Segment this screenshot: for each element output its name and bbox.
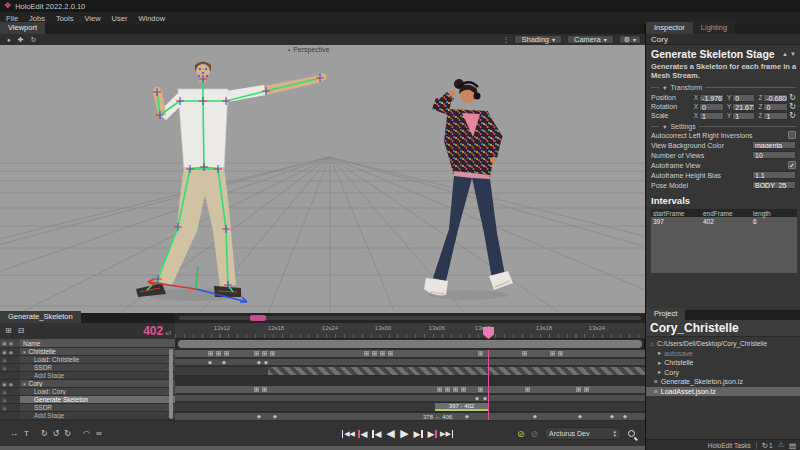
- next-frame-button[interactable]: ▶: [412, 427, 425, 440]
- eye-icon[interactable]: ◉: [9, 381, 13, 387]
- menu-user[interactable]: User: [112, 14, 128, 23]
- tab-lighting[interactable]: Lighting: [693, 22, 735, 34]
- col-length[interactable]: length: [753, 210, 793, 217]
- track-generate-skeleton[interactable]: ▣· Generate Skeleton …: [0, 396, 175, 404]
- folder-arrow-icon[interactable]: ▸: [658, 349, 661, 357]
- lane-generate-skeleton[interactable]: 397 - 402: [175, 403, 645, 412]
- track-add-stage-cory[interactable]: Add Stage +: [0, 412, 175, 420]
- scale-reset-icon[interactable]: ↻: [789, 111, 796, 120]
- loop-infinite-icon[interactable]: ∞: [96, 429, 102, 438]
- scale-y-field[interactable]: 1: [732, 112, 755, 120]
- loop-reverse-icon[interactable]: ↺: [53, 429, 60, 438]
- lane-ssdr-christelle[interactable]: [175, 367, 645, 376]
- lock-icon[interactable]: ▣: [2, 405, 7, 411]
- lane-load-christelle[interactable]: ◆◆ ◆◆: [175, 359, 645, 366]
- tree-root[interactable]: ⌂ C:/Users/Dell/Desktop/Cory_Christelle: [646, 339, 800, 349]
- lasso-icon[interactable]: ◠: [83, 429, 90, 438]
- tree-christelle[interactable]: ▸ Christelle: [646, 358, 800, 368]
- next-interval-button[interactable]: ▶: [426, 427, 439, 440]
- viewport-kebab-icon[interactable]: ⋮: [502, 36, 509, 43]
- zoom-search-icon[interactable]: [628, 430, 635, 437]
- frame-unit-toggle[interactable]: s/f: [165, 330, 171, 336]
- rotation-y-field[interactable]: 21.6736: [732, 103, 755, 111]
- move-tool-icon[interactable]: ✚: [18, 36, 24, 43]
- rotate-tool-icon[interactable]: ↻: [31, 36, 37, 43]
- perspective-chip[interactable]: ▪ Perspective: [288, 46, 330, 53]
- tree-autosave[interactable]: ▸ autosave: [646, 349, 800, 359]
- track-ssdr-christelle[interactable]: ▣· SSDR …: [0, 364, 175, 372]
- rotation-x-field[interactable]: 0: [699, 103, 724, 111]
- folder-arrow-icon[interactable]: ▸: [658, 368, 661, 376]
- shading-dropdown[interactable]: Shading ▾: [514, 35, 562, 44]
- lock-icon[interactable]: ▣: [2, 389, 7, 395]
- stage-move-up-icon[interactable]: ▲: [782, 51, 788, 57]
- view-background-color-field[interactable]: magenta: [752, 141, 796, 149]
- track-add-stage-christelle[interactable]: Add Stage +: [0, 372, 175, 380]
- panel-toggle-icon[interactable]: ▤: [789, 441, 796, 450]
- play-reverse-button[interactable]: ◀: [384, 427, 397, 440]
- track-ssdr-cory[interactable]: ▣ SSDR …: [0, 404, 175, 412]
- current-frame-value[interactable]: 402: [143, 324, 163, 338]
- track-load-christelle[interactable]: ▣ Load: Christelle …: [0, 356, 175, 364]
- viewport-canvas[interactable]: ▪ Perspective: [0, 45, 645, 313]
- loop-once-icon[interactable]: ↻: [41, 429, 48, 438]
- disable-filter-yellow-icon[interactable]: ⊘: [517, 429, 525, 439]
- col-endframe[interactable]: endFrame: [703, 210, 753, 217]
- camera-dropdown[interactable]: Camera ▾: [567, 35, 614, 44]
- timeline-range-strip[interactable]: [175, 313, 645, 323]
- go-to-start-button[interactable]: ◀◀: [342, 427, 355, 440]
- stage-move-down-icon[interactable]: ▼: [790, 51, 796, 57]
- disable-filter-gray-icon[interactable]: ⊘: [530, 429, 538, 439]
- prev-interval-button[interactable]: ◀: [356, 427, 369, 440]
- lane-christelle[interactable]: +++ +++ ++++ ++ ++: [175, 350, 645, 358]
- lock-icon[interactable]: ▣: [2, 365, 7, 371]
- tree-generate-skeleton-file[interactable]: ≡ Generate_Skeleton.json.lz: [646, 377, 800, 387]
- select-tool-icon[interactable]: ●: [7, 37, 11, 43]
- user-dropdown[interactable]: Arcturus Dev ▲▼: [544, 427, 622, 440]
- add-track-icon[interactable]: ⊞: [5, 327, 12, 335]
- fit-range-icon[interactable]: ↔: [10, 429, 18, 438]
- prev-frame-button[interactable]: ◀: [370, 427, 383, 440]
- timeline-hscrollbar[interactable]: [178, 340, 642, 348]
- rotation-reset-icon[interactable]: ↻: [789, 102, 796, 111]
- number-of-views-field[interactable]: 10: [752, 151, 796, 159]
- lock-icon[interactable]: ▣: [2, 349, 7, 355]
- autoframe-height-bias-field[interactable]: 1.1: [752, 171, 796, 179]
- position-x-field[interactable]: -1.97671: [699, 94, 724, 102]
- tree-cory[interactable]: ▸ Cory: [646, 368, 800, 378]
- tab-viewport[interactable]: Viewport: [0, 22, 45, 34]
- track-load-cory[interactable]: ▣ Load: Cory …: [0, 388, 175, 396]
- lock-icon[interactable]: ▣: [2, 357, 7, 363]
- tree-loadasset-file[interactable]: ≡ LoadAsset.json.lz: [646, 387, 800, 397]
- play-button[interactable]: ▶: [398, 427, 411, 440]
- lane-load-cory[interactable]: ◆◆: [175, 395, 645, 402]
- loop-pingpong-icon[interactable]: ↻: [64, 429, 71, 438]
- interval-row[interactable]: 397 402 6: [651, 217, 797, 226]
- position-y-field[interactable]: 0: [732, 94, 755, 102]
- trim-icon[interactable]: T: [24, 429, 29, 438]
- tasks-label[interactable]: HoloEdit Tasks: [708, 442, 751, 449]
- viewport-settings-dropdown[interactable]: ⚙ ▾: [619, 35, 641, 44]
- position-reset-icon[interactable]: ↻: [789, 93, 796, 102]
- position-z-field[interactable]: -0.68007: [763, 94, 788, 102]
- range-marker[interactable]: [250, 315, 266, 321]
- ssdr-processed-range[interactable]: [268, 367, 645, 375]
- lane-ssdr-cory[interactable]: 378 ↔ 406 ◆◆ ◆◆ ◆◆ ◆: [175, 413, 645, 420]
- autoframe-view-checkbox[interactable]: ✓: [788, 161, 796, 169]
- settings-section-header[interactable]: ▼ Settings: [651, 123, 796, 130]
- col-startframe[interactable]: startFrame: [651, 210, 703, 217]
- delete-track-icon[interactable]: ⊟: [18, 327, 25, 335]
- warning-icon[interactable]: ⚠: [778, 441, 784, 449]
- rotation-z-field[interactable]: 0: [763, 103, 788, 111]
- go-to-end-button[interactable]: ▶▶: [440, 427, 453, 440]
- tasks-spinner-icon[interactable]: ↻: [762, 441, 768, 450]
- timeline-ruler[interactable]: 12s12 12s18 12s24 13s00 13s06 13s12 13s1…: [175, 323, 645, 339]
- folder-arrow-icon[interactable]: ▸: [658, 359, 661, 367]
- tab-project[interactable]: Project: [646, 308, 685, 320]
- scale-x-field[interactable]: 1: [699, 112, 724, 120]
- menu-view[interactable]: View: [84, 14, 100, 23]
- lane-cory[interactable]: ++ ++++ ++ ++: [175, 386, 645, 394]
- track-christelle[interactable]: ▣◉ ▾ Christelle: [0, 348, 175, 356]
- track-list-vscrollbar[interactable]: [169, 349, 173, 419]
- eye-icon[interactable]: ◉: [9, 349, 13, 355]
